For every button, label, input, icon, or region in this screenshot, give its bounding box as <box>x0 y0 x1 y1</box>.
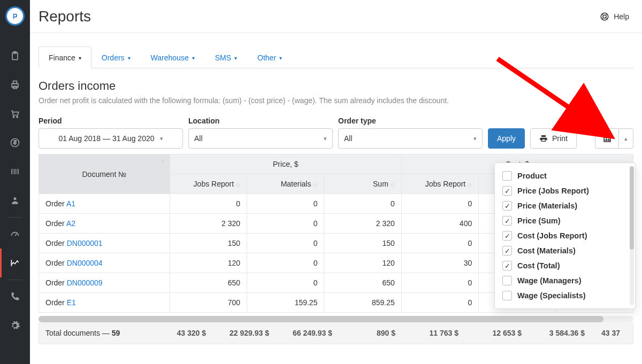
period-label: Period <box>39 117 183 125</box>
chevron-down-icon: ▾ <box>234 55 237 61</box>
nav-icon-printer[interactable] <box>0 71 30 99</box>
column-option[interactable]: Price (Sum) <box>500 213 632 228</box>
cell-price-sum: 0 <box>324 194 401 214</box>
column-option[interactable]: Cost (Jobs Report) <box>500 228 632 243</box>
svg-rect-11 <box>14 169 16 174</box>
column-picker-dropdown: ProductPrice (Jobs Report)Price (Materia… <box>494 162 636 309</box>
cell-price-sum: 2 320 <box>324 214 401 234</box>
cell-price-sum: 120 <box>324 253 401 273</box>
cell-price-jobs: 650 <box>170 273 247 293</box>
order-link[interactable]: DN000004 <box>67 259 103 267</box>
location-select[interactable]: All ▾ <box>188 128 333 149</box>
th-document[interactable]: Document №↑ <box>39 154 170 194</box>
cell-price-materials: 0 <box>247 273 324 293</box>
th-price-sum[interactable]: Sum◇ <box>324 174 401 194</box>
svg-rect-12 <box>17 169 17 174</box>
nav-separator <box>7 217 22 218</box>
tab-sms[interactable]: SMS▾ <box>205 47 247 68</box>
apply-button[interactable]: Apply <box>488 128 525 149</box>
tab-warehouse[interactable]: Warehouse▾ <box>141 47 205 68</box>
nav-icon-reports[interactable] <box>0 249 30 277</box>
grid-icon <box>602 134 612 143</box>
order-link[interactable]: A1 <box>66 199 75 208</box>
nav-icon-clipboard[interactable] <box>0 42 30 71</box>
horizontal-scrollbar[interactable] <box>39 316 633 322</box>
svg-rect-13 <box>18 169 19 174</box>
column-option[interactable]: Price (Jobs Report) <box>500 183 632 198</box>
column-option-label: Cost (Total) <box>517 261 560 270</box>
scrollbar-thumb[interactable] <box>39 316 603 322</box>
columns-caret[interactable]: ▴ <box>618 128 633 149</box>
nav-icon-gauge[interactable] <box>0 220 30 249</box>
svg-rect-17 <box>604 135 610 142</box>
sidebar <box>0 0 30 364</box>
column-option-label: Price (Materials) <box>517 202 577 210</box>
tab-orders[interactable]: Orders▾ <box>91 47 141 68</box>
chevron-down-icon: ▾ <box>279 55 282 61</box>
page-title: Reports <box>39 8 91 25</box>
column-option[interactable]: Cost (Total) <box>500 258 632 273</box>
nav-icon-barcode[interactable] <box>0 157 30 186</box>
svg-rect-4 <box>13 81 17 84</box>
svg-point-7 <box>17 117 18 118</box>
help-button[interactable]: Help <box>600 12 629 21</box>
cell-document: Order A1 <box>39 194 170 214</box>
svg-point-0 <box>11 12 20 21</box>
column-option[interactable]: Wage (Managers) <box>500 273 632 288</box>
checkbox-icon <box>502 171 512 181</box>
chevron-down-icon: ▾ <box>128 55 131 61</box>
column-option[interactable]: Wage (Specialists) <box>500 288 632 303</box>
svg-point-14 <box>14 197 17 200</box>
nav-icon-money[interactable] <box>0 128 30 157</box>
cell-price-materials: 0 <box>247 253 324 273</box>
cell-cost-jobs: 400 <box>401 214 478 234</box>
chevron-up-icon: ▴ <box>624 135 628 142</box>
column-option-label: Price (Jobs Report) <box>517 187 589 195</box>
nav-icon-settings[interactable] <box>0 311 30 340</box>
dropdown-scrollbar[interactable] <box>630 166 634 305</box>
column-option[interactable]: Price (Materials) <box>500 198 632 213</box>
chevron-down-icon: ▾ <box>473 135 477 142</box>
column-option[interactable]: Cost (Materials) <box>500 243 632 258</box>
period-select[interactable]: 01 Aug 2018 — 31 Aug 2020 ▾ <box>39 128 183 149</box>
cell-price-sum: 150 <box>324 234 401 253</box>
nav-icon-user[interactable] <box>0 186 30 215</box>
th-price-jobs[interactable]: Jobs Report◇ <box>170 174 247 194</box>
cell-price-materials: 0 <box>247 234 324 253</box>
nav-icon-cart[interactable] <box>0 99 30 128</box>
svg-rect-9 <box>11 169 12 174</box>
checkbox-icon <box>502 201 512 211</box>
checkbox-icon <box>502 186 512 196</box>
order-link[interactable]: DN000009 <box>67 278 103 287</box>
cell-price-jobs: 0 <box>170 194 247 214</box>
order-link[interactable]: E1 <box>67 298 76 307</box>
chevron-down-icon: ▾ <box>79 55 81 61</box>
cell-cost-jobs: 0 <box>401 194 478 214</box>
nav-icon-phone[interactable] <box>0 282 30 311</box>
order-link[interactable]: A2 <box>66 219 75 228</box>
order-link[interactable]: DN000001 <box>67 239 103 247</box>
ordertype-select[interactable]: All ▾ <box>338 128 483 149</box>
th-cost-jobs[interactable]: Jobs Report◇ <box>401 174 478 194</box>
cell-price-jobs: 150 <box>170 234 247 253</box>
topbar: Reports Help <box>30 0 642 33</box>
checkbox-icon <box>502 276 512 285</box>
print-button[interactable]: Print <box>530 128 577 149</box>
column-option-label: Price (Sum) <box>517 216 561 225</box>
totals-row: Total documents — 59 43 320 $ 22 929.93 … <box>39 322 633 344</box>
column-option[interactable]: Product <box>500 168 632 183</box>
tab-other[interactable]: Other▾ <box>247 47 292 68</box>
cell-price-jobs: 120 <box>170 253 247 273</box>
cell-document: Order DN000009 <box>39 273 170 293</box>
columns-button[interactable] <box>595 128 618 149</box>
tab-finance[interactable]: Finance▾ <box>39 47 91 68</box>
th-group-price: Price, $ <box>170 154 401 174</box>
app-logo[interactable] <box>5 6 25 26</box>
cell-price-jobs: 700 <box>170 293 247 313</box>
cell-cost-jobs: 0 <box>401 293 478 313</box>
sort-asc-icon: ↑ <box>161 158 164 164</box>
checkbox-icon <box>502 261 512 270</box>
checkbox-icon <box>502 246 512 255</box>
th-price-materials[interactable]: Materials◇ <box>247 174 324 194</box>
chevron-down-icon: ▾ <box>160 135 163 142</box>
